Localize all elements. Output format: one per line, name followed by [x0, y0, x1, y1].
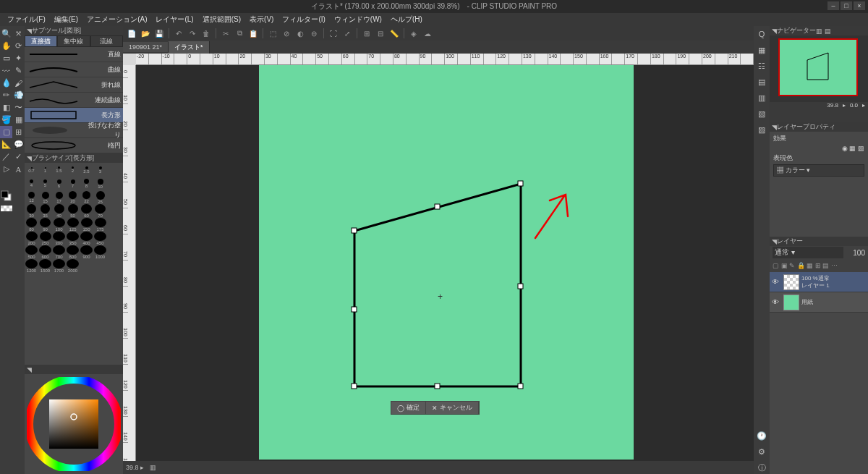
material2-icon[interactable]: ☷ [755, 59, 768, 72]
info-icon[interactable]: ⓘ [755, 461, 768, 474]
brush-header: ◥ ブラシサイズ[長方形] [25, 153, 123, 163]
material4-icon[interactable]: ▥ [755, 91, 768, 104]
menu-select[interactable]: 選択範囲(S) [198, 14, 245, 25]
save-icon[interactable]: 💾 [153, 27, 165, 39]
text-tool-icon[interactable]: A [12, 163, 25, 175]
confirm-ok-button[interactable]: ◯ 確定 [391, 402, 426, 414]
delete-icon[interactable]: 🗑 [200, 27, 212, 39]
deselect-icon[interactable]: ⊘ [281, 27, 292, 39]
ruler-snap-icon[interactable]: 📏 [388, 27, 400, 39]
quick-access-icon[interactable]: Q [755, 27, 768, 41]
new-icon[interactable]: 📄 [126, 27, 137, 39]
subtool-line[interactable]: 直線 [25, 47, 123, 62]
menu-window[interactable]: ウィンドウ(W) [330, 14, 386, 25]
fg-bg-color-icon[interactable] [0, 190, 12, 202]
scale-icon[interactable]: ⤢ [341, 27, 353, 39]
rotate-tool-icon[interactable]: ⟳ [12, 40, 25, 52]
balloon-icon[interactable]: 💬 [12, 138, 25, 151]
doc-tab-2[interactable]: イラスト* [169, 41, 210, 54]
snap-icon[interactable]: ⊞ [361, 27, 373, 39]
figure-tool-icon[interactable]: ▢ [0, 126, 12, 138]
layer-visible-icon[interactable]: 👁 [770, 278, 781, 286]
hand-tool-icon[interactable]: ✋ [0, 40, 12, 52]
menu-animation[interactable]: アニメーション(A) [82, 14, 151, 25]
brush-tool-icon[interactable]: 🖌 [12, 77, 25, 89]
paste-icon[interactable]: 📋 [247, 27, 259, 39]
transform-icon[interactable]: ⛶ [328, 27, 339, 39]
canvas-area[interactable]: -20-100102030405060708090100110120130140… [123, 54, 754, 474]
copy-icon[interactable]: ⧉ [234, 27, 245, 39]
open-icon[interactable]: 📂 [140, 27, 151, 39]
menu-edit[interactable]: 編集(E) [50, 14, 82, 25]
maximize-button[interactable]: □ [841, 1, 852, 10]
subtool-bezier[interactable]: 連続曲線 [25, 93, 123, 108]
redo-icon[interactable]: ↷ [187, 27, 198, 39]
pencil-icon[interactable]: ✏ [0, 89, 12, 101]
shrink-icon[interactable]: ⊖ [308, 27, 320, 39]
layer-row-2[interactable]: 👁 用紙 [770, 292, 868, 313]
grid-icon[interactable]: ⊟ [375, 27, 386, 39]
eraser-icon[interactable]: ◧ [0, 101, 12, 114]
navigator-panel[interactable] [770, 35, 868, 102]
auto-icon[interactable]: ⚙ [755, 445, 768, 458]
doc-tab-1[interactable]: 190901 21* [123, 42, 169, 52]
subtool-tab-stream[interactable]: 流線 [90, 35, 123, 47]
select-all-icon[interactable]: ⬚ [267, 27, 278, 39]
transform-bounding-box[interactable]: + [340, 177, 550, 401]
transparent-icon[interactable] [0, 202, 12, 214]
material6-icon[interactable]: ▨ [755, 123, 768, 136]
cloud-icon[interactable]: ☁ [422, 27, 433, 39]
layer-visible-icon[interactable]: 👁 [770, 298, 781, 306]
select-icon[interactable]: ▷ [0, 163, 12, 175]
expression-color-dropdown[interactable]: ▦ カラー ▾ [773, 164, 864, 177]
menu-file[interactable]: ファイル(F) [3, 14, 50, 25]
menu-view[interactable]: 表示(V) [245, 14, 278, 25]
navigator-thumbnail[interactable] [778, 38, 858, 96]
color-header: ◥ [25, 365, 123, 374]
layerprop-header: ◥ レイヤープロパティ [770, 122, 868, 132]
material3-icon[interactable]: ▤ [755, 75, 768, 88]
move-tool-icon[interactable]: ⤧ [12, 27, 25, 40]
subtool-tab-focus[interactable]: 集中線 [57, 35, 90, 47]
blend-mode-dropdown[interactable]: 通常 ▾ [773, 247, 843, 258]
line-icon[interactable]: ／ [0, 151, 12, 163]
marquee-tool-icon[interactable]: ▭ [0, 52, 12, 64]
menu-layer[interactable]: レイヤー(L) [151, 14, 197, 25]
gradient-icon[interactable]: ▦ [12, 114, 25, 126]
fill-icon[interactable]: 🪣 [0, 114, 12, 126]
wand-tool-icon[interactable]: ✦ [12, 52, 25, 64]
ruler-icon[interactable]: 📐 [0, 138, 12, 151]
history-icon[interactable]: 🕐 [755, 429, 768, 442]
brush-size-grid[interactable]: 0.711.522.534567810121517202225303540506… [25, 163, 123, 273]
lasso-tool-icon[interactable]: 〰 [0, 64, 12, 77]
subtool-polyline[interactable]: 折れ線 [25, 77, 123, 93]
subtool-curve[interactable]: 曲線 [25, 62, 123, 77]
undo-icon[interactable]: ↶ [173, 27, 184, 39]
invert-icon[interactable]: ◐ [294, 27, 306, 39]
search-icon[interactable]: 🔍 [0, 27, 12, 40]
subtool-tab-direct[interactable]: 直接描 [25, 35, 57, 47]
confirm-cancel-button[interactable]: ✕ キャンセル [426, 402, 479, 414]
assist-icon[interactable]: ◈ [408, 27, 420, 39]
minimize-button[interactable]: – [827, 1, 839, 10]
frame-icon[interactable]: ⊞ [12, 126, 25, 138]
layer-opacity-value[interactable]: 100 [843, 249, 865, 257]
window-title: イラスト* (179.00 x 200.00mm 300dpi 39.8%) -… [311, 1, 557, 12]
subtool-ellipse[interactable]: 楕円 [25, 138, 123, 153]
blend-icon[interactable]: 〜 [12, 101, 25, 114]
pen-tool-icon[interactable]: ✎ [12, 64, 25, 77]
cut-icon[interactable]: ✂ [220, 27, 231, 39]
eyedrop-icon[interactable]: 💧 [0, 77, 12, 89]
material5-icon[interactable]: ▧ [755, 107, 768, 120]
material-icon[interactable]: ▦ [755, 43, 768, 56]
layer-row-1[interactable]: 👁 100 %通常 レイヤー 1 [770, 272, 868, 292]
close-button[interactable]: × [854, 1, 865, 10]
correct-icon[interactable]: ✓ [12, 151, 25, 163]
navigator-controls[interactable] [770, 112, 868, 122]
airbrush-icon[interactable]: 💨 [12, 89, 25, 101]
menu-help[interactable]: ヘルプ(H) [386, 14, 427, 25]
color-wheel[interactable] [27, 377, 121, 471]
subtool-lasso-fill[interactable]: 投げなわ塗り [25, 123, 123, 138]
layer-buttons: ▢ ▣ ✎ 🔒 ▦ ⊞ ▤ ⋯ [770, 259, 868, 272]
menu-filter[interactable]: フィルター(I) [278, 14, 329, 25]
